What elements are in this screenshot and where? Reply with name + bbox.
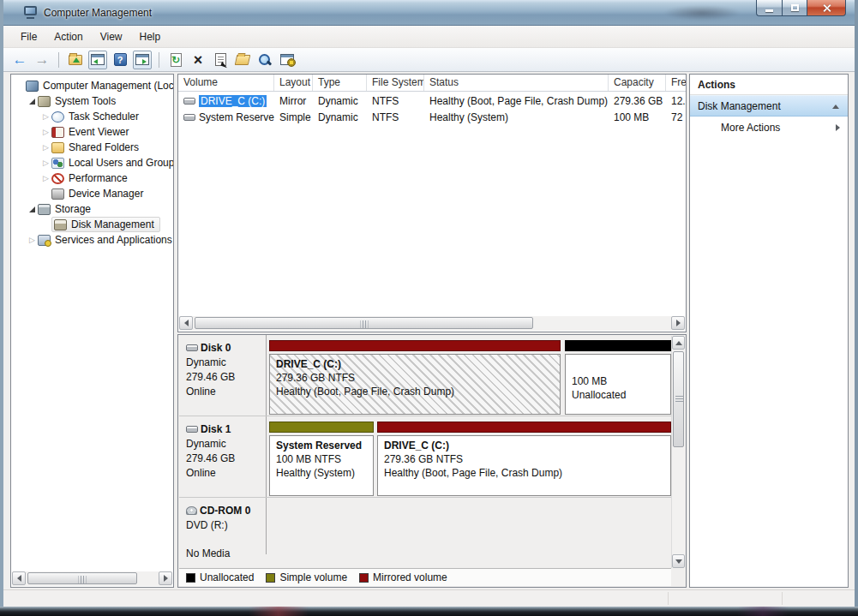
collapse-arrow-icon[interactable] xyxy=(27,99,38,105)
up-level-button[interactable] xyxy=(66,51,85,69)
services-icon xyxy=(38,235,51,246)
collapse-group-icon[interactable] xyxy=(832,105,839,109)
back-button[interactable]: ← xyxy=(10,51,29,69)
collapse-arrow-icon[interactable] xyxy=(27,206,38,212)
computer-management-window: Computer Management File Action View Hel… xyxy=(0,0,858,607)
menu-view[interactable]: View xyxy=(92,27,131,46)
scroll-up-button[interactable] xyxy=(672,336,685,350)
column-header-volume[interactable]: Volume xyxy=(178,75,274,91)
expand-arrow-icon[interactable] xyxy=(40,112,51,121)
volume-list-horizontal-scrollbar[interactable] xyxy=(179,316,685,331)
minimize-icon xyxy=(765,9,773,12)
open-button[interactable] xyxy=(233,51,252,69)
actions-group-disk-management[interactable]: Disk Management xyxy=(690,95,848,117)
legend-unallocated: Unallocated xyxy=(186,571,254,583)
actions-header: Actions xyxy=(690,75,848,95)
expand-arrow-icon[interactable] xyxy=(40,174,51,182)
tree-item-local-users-and-groups[interactable]: Local Users and Groups xyxy=(11,155,173,170)
legend-simple-volume: Simple volume xyxy=(266,571,347,583)
scroll-down-icon xyxy=(675,559,682,564)
scroll-right-button[interactable] xyxy=(159,571,172,585)
main-content: Computer Management (Local System Tools … xyxy=(3,72,855,589)
menu-action[interactable]: Action xyxy=(45,27,91,46)
partition-drive-c-disk1[interactable]: DRIVE_C (C:) 279.36 GB NTFS Healthy (Boo… xyxy=(377,422,671,497)
disk-view-vertical-scrollbar[interactable] xyxy=(671,336,685,568)
partition-drive-c-disk0[interactable]: DRIVE_C (C:) 279.36 GB NTFS Healthy (Boo… xyxy=(269,340,561,416)
window-bottom-border xyxy=(0,607,858,616)
help-button[interactable]: ? xyxy=(111,51,129,69)
expand-arrow-icon[interactable] xyxy=(40,128,51,136)
scroll-right-icon xyxy=(164,575,168,582)
console-tree-panel: Computer Management (Local System Tools … xyxy=(10,74,174,588)
tree-item-task-scheduler[interactable]: Task Scheduler xyxy=(11,109,173,124)
close-button[interactable] xyxy=(807,0,846,16)
menu-file[interactable]: File xyxy=(12,27,45,46)
console-options-button[interactable] xyxy=(278,51,297,69)
tree-item-computer-management[interactable]: Computer Management (Local xyxy=(11,78,173,93)
tree-item-disk-management[interactable]: Disk Management xyxy=(11,217,173,232)
console-tree-icon xyxy=(91,54,105,65)
column-header-file-system[interactable]: File System xyxy=(367,75,424,91)
status-strip-separator xyxy=(668,592,669,605)
tree-item-performance[interactable]: Performance xyxy=(11,170,173,186)
scroll-left-icon xyxy=(17,575,21,582)
forward-button[interactable]: → xyxy=(33,51,51,69)
tree-item-shared-folders[interactable]: Shared Folders xyxy=(11,140,173,155)
maximize-button[interactable] xyxy=(782,0,807,16)
scrollbar-thumb[interactable] xyxy=(27,572,137,584)
mirrored-volume-bar xyxy=(377,422,671,433)
scroll-right-button[interactable] xyxy=(671,316,685,330)
tree-item-event-viewer[interactable]: Event Viewer xyxy=(11,124,173,140)
toolbar-separator xyxy=(58,52,59,68)
status-strip-separator xyxy=(782,592,783,605)
column-header-free[interactable]: Free xyxy=(666,75,687,91)
partition-body-selected[interactable]: DRIVE_C (C:) 279.36 GB NTFS Healthy (Boo… xyxy=(269,354,561,415)
volume-list-panel: Volume Layout Type File System Status Ca… xyxy=(177,74,687,332)
column-header-layout[interactable]: Layout xyxy=(274,75,313,91)
column-header-capacity[interactable]: Capacity xyxy=(609,75,666,91)
scrollbar-thumb[interactable] xyxy=(195,317,533,329)
column-header-type[interactable]: Type xyxy=(313,75,367,91)
show-action-pane-button[interactable] xyxy=(133,51,152,69)
minimize-button[interactable] xyxy=(756,0,782,16)
disk-legend: Unallocated Simple volume Mirrored volum… xyxy=(179,568,671,586)
scroll-down-button[interactable] xyxy=(672,554,685,568)
titlebar[interactable]: Computer Management xyxy=(3,0,855,26)
tree-item-system-tools[interactable]: System Tools xyxy=(11,93,173,109)
partition-body[interactable]: System Reserved 100 MB NTFS Healthy (Sys… xyxy=(269,435,374,496)
scroll-left-button[interactable] xyxy=(12,571,26,585)
disk-0-label[interactable]: Disk 0 Dynamic 279.46 GB Online xyxy=(179,335,267,416)
partition-unallocated-disk0[interactable]: 100 MB Unallocated xyxy=(565,340,671,416)
partition-body[interactable]: 100 MB Unallocated xyxy=(565,354,671,415)
partition-system-reserved-disk1[interactable]: System Reserved 100 MB NTFS Healthy (Sys… xyxy=(269,422,374,497)
window-title: Computer Management xyxy=(44,7,152,19)
menu-help[interactable]: Help xyxy=(131,27,170,46)
tree-item-device-manager[interactable]: Device Manager xyxy=(11,186,173,201)
maximize-icon xyxy=(791,4,799,11)
toolbar-separator xyxy=(159,52,159,68)
delete-button[interactable]: × xyxy=(189,51,207,69)
tree-horizontal-scrollbar[interactable] xyxy=(12,571,172,586)
scrollbar-thumb[interactable] xyxy=(673,351,684,447)
unallocated-swatch xyxy=(186,573,195,583)
volume-row-drive-c[interactable]: DRIVE_C (C:) Mirror Dynamic NTFS Healthy… xyxy=(178,92,687,108)
cdrom-0-label[interactable]: CD-ROM 0 DVD (R:) No Media xyxy=(179,498,267,554)
disk-0-row: Disk 0 Dynamic 279.46 GB Online DRIVE_C … xyxy=(179,335,671,416)
scroll-left-button[interactable] xyxy=(179,316,193,330)
search-button[interactable] xyxy=(255,51,274,69)
local-users-icon xyxy=(51,158,64,169)
properties-button[interactable] xyxy=(211,51,230,69)
more-actions-item[interactable]: More Actions xyxy=(690,117,848,139)
expand-arrow-icon[interactable] xyxy=(40,158,51,167)
expand-arrow-icon[interactable] xyxy=(40,143,51,152)
volume-row-system-reserved[interactable]: System Reserved Simple Dynamic NTFS Heal… xyxy=(178,108,687,124)
tree-item-services-and-applications[interactable]: Services and Applications xyxy=(11,232,173,248)
expand-arrow-icon[interactable] xyxy=(27,236,38,244)
simple-volume-bar xyxy=(269,422,374,433)
column-header-status[interactable]: Status xyxy=(424,75,609,91)
tree-item-storage[interactable]: Storage xyxy=(11,201,173,217)
show-console-tree-button[interactable] xyxy=(88,51,107,69)
refresh-button[interactable]: ↻ xyxy=(166,51,185,69)
partition-body[interactable]: DRIVE_C (C:) 279.36 GB NTFS Healthy (Boo… xyxy=(377,435,671,496)
disk-1-label[interactable]: Disk 1 Dynamic 279.46 GB Online xyxy=(179,416,267,497)
